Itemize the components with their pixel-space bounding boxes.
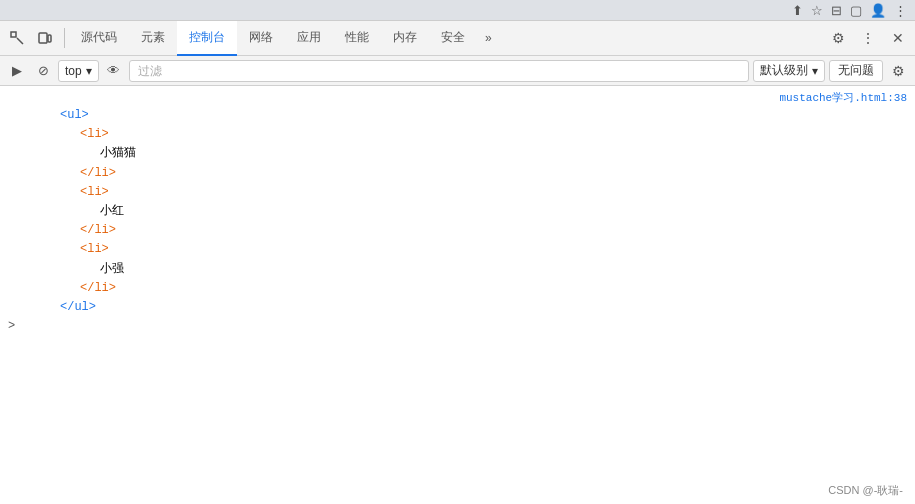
code-line-li3-text: 小强 xyxy=(0,260,915,279)
console-output: <ul> <li> 小猫猫 </li> <li> 小红 xyxy=(0,86,915,340)
ul-close-tag: </ul> xyxy=(60,300,96,314)
tab-sources[interactable]: 源代码 xyxy=(69,21,129,56)
context-selector[interactable]: top ▾ xyxy=(58,60,99,82)
tab-security[interactable]: 安全 xyxy=(429,21,477,56)
li1-close-tag: </li> xyxy=(80,166,116,180)
svg-rect-2 xyxy=(48,35,51,42)
context-label: top xyxy=(65,64,82,78)
code-line-ul-close: </ul> xyxy=(0,298,915,317)
devtools-right-actions: ⚙ ⋮ ✕ xyxy=(825,25,911,51)
li2-text: 小红 xyxy=(100,204,124,218)
code-line-li3-close: </li> xyxy=(0,279,915,298)
svg-rect-1 xyxy=(39,33,47,43)
device-toolbar-icon[interactable] xyxy=(32,25,58,51)
tab-console[interactable]: 控制台 xyxy=(177,21,237,56)
tab-separator xyxy=(64,28,65,48)
tab-memory[interactable]: 内存 xyxy=(381,21,429,56)
devtools-more-options-button[interactable]: ⋮ xyxy=(855,25,881,51)
code-line-li1-open: <li> xyxy=(0,125,915,144)
tab-application[interactable]: 应用 xyxy=(285,21,333,56)
code-line-li2-text: 小红 xyxy=(0,202,915,221)
code-line-li1-close: </li> xyxy=(0,164,915,183)
file-link[interactable]: mustache学习.html:38 xyxy=(779,90,907,105)
tab-performance[interactable]: 性能 xyxy=(333,21,381,56)
devtools-panel: 源代码 元素 控制台 网络 应用 性能 内存 安全 » ⚙ xyxy=(0,20,915,504)
console-toolbar: ▶ ⊘ top ▾ 👁 默认级别 ▾ 无问题 ⚙ xyxy=(0,56,915,86)
browser-top-bar: ⬆ ☆ ⊟ ▢ 👤 ⋮ xyxy=(0,0,915,20)
clear-console-button[interactable]: ⊘ xyxy=(32,60,54,82)
devtools-close-button[interactable]: ✕ xyxy=(885,25,911,51)
tab-network[interactable]: 网络 xyxy=(237,21,285,56)
li2-open-tag: <li> xyxy=(80,185,109,199)
code-line-li3-open: <li> xyxy=(0,240,915,259)
filter-input[interactable] xyxy=(129,60,749,82)
run-script-button[interactable]: ▶ xyxy=(6,60,28,82)
li3-close-tag: </li> xyxy=(80,281,116,295)
svg-rect-0 xyxy=(11,32,16,37)
share-icon[interactable]: ⬆ xyxy=(792,3,803,18)
code-line-li1-text: 小猫猫 xyxy=(0,144,915,163)
li3-text: 小强 xyxy=(100,262,124,276)
log-level-selector[interactable]: 默认级别 ▾ xyxy=(753,60,825,82)
devtools-settings-button[interactable]: ⚙ xyxy=(825,25,851,51)
expand-arrow[interactable]: > xyxy=(0,317,915,336)
li2-close-tag: </li> xyxy=(80,223,116,237)
code-line-ul-open: <ul> xyxy=(0,106,915,125)
log-level-arrow-icon: ▾ xyxy=(812,64,818,78)
console-content: mustache学习.html:38 <ul> <li> 小猫猫 </li> <… xyxy=(0,86,915,504)
console-settings-button[interactable]: ⚙ xyxy=(887,60,909,82)
context-arrow-icon: ▾ xyxy=(86,64,92,78)
code-line-li2-close: </li> xyxy=(0,221,915,240)
inspect-element-icon[interactable] xyxy=(4,25,30,51)
menu-icon[interactable]: ⋮ xyxy=(894,3,907,18)
li1-text: 小猫猫 xyxy=(100,146,136,160)
code-line-li2-open: <li> xyxy=(0,183,915,202)
watermark: CSDN @-耿瑞- xyxy=(828,483,903,498)
devtools-tab-bar: 源代码 元素 控制台 网络 应用 性能 内存 安全 » ⚙ xyxy=(0,21,915,56)
more-tabs-button[interactable]: » xyxy=(477,21,500,56)
eye-icon[interactable]: 👁 xyxy=(103,60,125,82)
tab-elements[interactable]: 元素 xyxy=(129,21,177,56)
cast-icon[interactable]: ⊟ xyxy=(831,3,842,18)
ul-open-tag: <ul> xyxy=(60,108,89,122)
li3-open-tag: <li> xyxy=(80,242,109,256)
window-icon[interactable]: ▢ xyxy=(850,3,862,18)
profile-icon[interactable]: 👤 xyxy=(870,3,886,18)
li1-open-tag: <li> xyxy=(80,127,109,141)
star-icon[interactable]: ☆ xyxy=(811,3,823,18)
no-issues-button[interactable]: 无问题 xyxy=(829,60,883,82)
